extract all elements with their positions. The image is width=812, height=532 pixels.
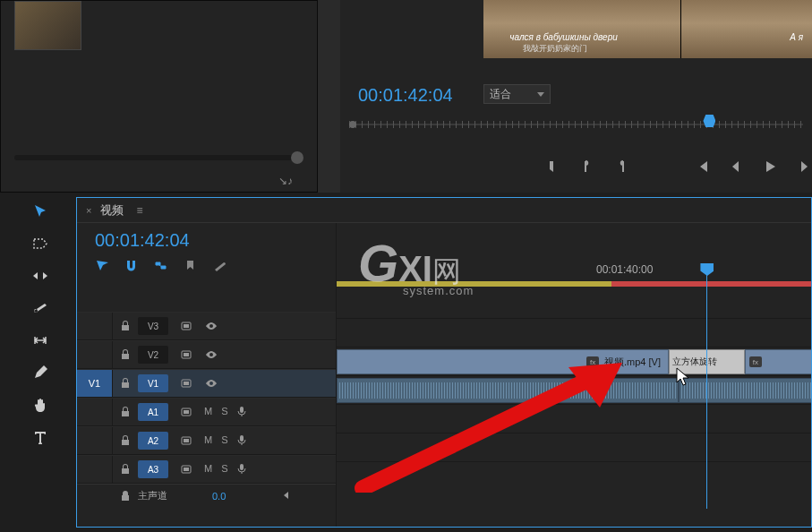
panel-menu-icon[interactable]: ≡ [136,204,142,217]
track-label-a2[interactable]: A2 [138,432,168,450]
track-a3[interactable]: A3 M S [77,455,336,484]
svg-rect-1 [184,324,189,328]
track-v2[interactable]: V2 [77,340,336,369]
sequence-name[interactable]: 视频 [100,202,124,219]
work-area-bar-end[interactable] [611,281,811,287]
toggle-output-icon[interactable] [174,377,199,390]
lock-icon[interactable] [113,321,138,331]
program-monitor-panel: чался в бабушкины двери 我敲开奶奶家的门 А я 00:… [340,0,812,193]
lock-icon[interactable] [113,464,138,475]
lock-icon[interactable] [113,407,138,417]
toggle-output-icon[interactable] [174,320,199,332]
source-patch-v1[interactable]: V1 [77,370,113,397]
subtitle-3: А я [790,32,803,42]
track-select-tool[interactable] [30,234,50,253]
magnet-icon[interactable] [124,259,138,276]
mute-button[interactable]: M [204,463,212,476]
track-label-v1[interactable]: V1 [138,374,168,392]
track-label-a3[interactable]: A3 [138,460,168,478]
voice-record-icon[interactable] [237,463,246,476]
linked-selection-icon[interactable] [154,259,167,276]
subtitle-2: 我敲开奶奶家的门 [523,43,587,55]
svg-rect-13 [184,468,189,471]
lock-icon[interactable] [113,435,138,446]
close-tab-icon[interactable]: × [86,205,91,216]
track-content-v3[interactable] [337,290,811,319]
toggle-output-icon[interactable] [174,434,199,447]
pen-tool[interactable] [30,363,50,382]
program-timeline-bar[interactable] [349,118,803,131]
solo-button[interactable]: S [221,434,227,447]
in-point-icon[interactable] [580,159,594,176]
toggle-output-icon[interactable] [174,406,199,418]
program-playhead[interactable] [703,115,715,127]
settings-icon[interactable] [213,259,227,276]
timeline-timecode[interactable]: 00:01:42:04 [77,223,336,254]
eye-icon[interactable] [199,348,224,361]
step-forward-icon[interactable] [797,159,811,176]
master-value[interactable]: 0.0 [212,491,226,502]
marker-icon[interactable] [184,259,197,276]
step-back-icon[interactable] [729,159,743,176]
fx-badge: fx [749,356,762,367]
voice-record-icon[interactable] [237,434,246,447]
track-content-a2[interactable] [337,405,811,433]
timeline-tracks-area[interactable]: 00:01:40:00 fx 视频.mp4 [V] 立方体旋转 [337,223,811,527]
video-clip-2[interactable]: fx [745,349,811,374]
video-clip[interactable]: fx 视频.mp4 [V] [337,349,669,374]
track-v1[interactable]: V1 V1 [77,369,336,398]
eye-icon[interactable] [199,320,224,332]
voice-record-icon[interactable] [237,406,246,418]
bar-start-handle[interactable] [349,121,356,128]
mute-button[interactable]: M [204,406,212,418]
track-a2[interactable]: A2 M S [77,426,336,455]
svg-rect-10 [184,439,189,442]
track-label-v2[interactable]: V2 [138,346,168,364]
hand-tool[interactable] [30,395,50,415]
toggle-output-icon[interactable] [174,348,199,361]
solo-button[interactable]: S [221,406,227,418]
track-v3[interactable]: V3 [77,312,336,340]
svg-rect-11 [240,435,244,442]
playhead[interactable] [706,266,707,509]
razor-tool[interactable] [30,298,50,318]
mark-in-icon[interactable] [546,159,560,176]
fx-badge: fx [586,356,599,367]
zoom-fit-dropdown[interactable]: 适合 [483,84,551,104]
slider-handle[interactable] [291,151,303,164]
lock-icon[interactable] [113,378,138,389]
ruler-timecode: 00:01:40:00 [596,263,653,276]
track-content-v2[interactable] [337,319,811,348]
out-point-icon[interactable] [614,159,628,176]
program-video: чался в бабушкины двери 我敲开奶奶家的门 А я [483,0,812,58]
timeline-panel: × 视频 ≡ 00:01:42:04 V3 [76,197,812,528]
solo-button[interactable]: S [221,463,227,476]
go-to-in-icon[interactable] [695,159,709,176]
master-track[interactable]: 主声道 0.0 [77,484,336,507]
track-a1[interactable]: A1 M S [77,398,336,426]
ripple-edit-tool[interactable] [30,266,50,286]
audio-clip[interactable] [337,378,679,403]
track-content-v1[interactable]: fx 视频.mp4 [V] 立方体旋转 fx [337,348,811,376]
track-label-v3[interactable]: V3 [138,317,168,335]
track-label-a1[interactable]: A1 [138,403,168,421]
track-content-a1[interactable] [337,376,811,405]
audio-clip-2[interactable] [679,378,811,403]
program-timecode[interactable]: 00:01:42:04 [358,85,453,106]
lock-icon[interactable] [113,349,138,360]
play-icon[interactable] [763,159,777,176]
output-icon[interactable] [279,491,292,502]
mute-button[interactable]: M [204,434,212,447]
source-slider[interactable] [14,155,303,160]
snap-icon[interactable] [95,259,108,276]
time-ruler[interactable]: 00:01:40:00 [337,263,811,288]
toggle-output-icon[interactable] [174,463,199,476]
work-area-bar[interactable] [337,281,611,287]
type-tool[interactable] [30,427,50,447]
eye-icon[interactable] [199,377,224,390]
slip-tool[interactable] [30,330,50,350]
track-content-a3[interactable] [337,433,811,462]
chevron-down-icon [537,92,544,97]
insert-icon[interactable]: ↘♪ [278,175,293,187]
selection-tool[interactable] [30,202,50,221]
